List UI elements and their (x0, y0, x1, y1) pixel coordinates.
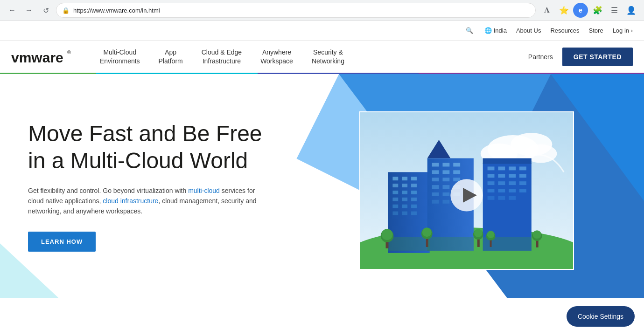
nav-item-cloud-edge[interactable]: Cloud & EdgeInfrastructure (192, 40, 251, 74)
svg-rect-71 (488, 196, 495, 200)
svg-rect-32 (411, 212, 417, 215)
svg-rect-57 (509, 166, 516, 170)
hero-description: Get flexibility and control. Go beyond v… (28, 185, 271, 217)
extensions-button[interactable]: 🧩 (590, 3, 605, 18)
login-link[interactable]: Log in (613, 27, 633, 34)
partners-link[interactable]: Partners (528, 53, 553, 61)
svg-rect-18 (392, 184, 398, 187)
svg-rect-48 (442, 192, 449, 196)
main-navigation: vmware ® Multi-CloudEnvironments AppPlat… (0, 41, 644, 74)
svg-rect-73 (509, 196, 516, 200)
svg-rect-42 (442, 178, 449, 181)
nav-item-multi-cloud[interactable]: Multi-CloudEnvironments (91, 40, 149, 74)
svg-rect-16 (402, 177, 407, 180)
favorites-button[interactable]: ⭐ (556, 3, 571, 18)
svg-rect-25 (402, 198, 407, 201)
nav-item-anywhere[interactable]: AnywhereWorkspace (251, 40, 302, 74)
svg-rect-69 (509, 189, 516, 192)
browser-toolbar: ← → ↺ 🔒 https://www.vmware.com/in.html 𝐀… (0, 0, 644, 21)
svg-rect-36 (442, 163, 449, 167)
forward-button[interactable]: → (22, 4, 35, 17)
svg-rect-58 (519, 166, 526, 170)
hero-section: Move Fast and Be Free in a Multi-Cloud W… (0, 74, 644, 298)
svg-rect-64 (498, 181, 505, 185)
url-text: https://www.vmware.com/in.html (73, 7, 530, 14)
hero-right-content (289, 74, 644, 298)
svg-rect-62 (519, 174, 526, 178)
svg-point-79 (382, 229, 393, 240)
collections-button[interactable]: ☰ (607, 3, 622, 18)
svg-rect-28 (402, 205, 407, 208)
nav-item-cloud-edge-label: Cloud & EdgeInfrastructure (202, 48, 242, 65)
hero-left-content: Move Fast and Be Free in a Multi-Cloud W… (0, 74, 289, 298)
svg-rect-23 (411, 191, 417, 194)
svg-rect-67 (488, 189, 495, 192)
svg-rect-65 (509, 181, 516, 185)
svg-rect-21 (392, 191, 398, 194)
svg-rect-72 (498, 196, 505, 200)
svg-rect-19 (402, 184, 407, 187)
svg-point-91 (533, 230, 541, 239)
svg-rect-54 (483, 158, 532, 164)
store-link[interactable]: Store (589, 27, 603, 34)
svg-rect-27 (392, 205, 398, 208)
utility-bar: 🔍 🌐 India About Us Resources Store Log i… (0, 21, 644, 41)
svg-point-85 (474, 229, 483, 237)
profile-button[interactable]: 👤 (623, 3, 638, 18)
svg-rect-56 (498, 166, 505, 170)
vmware-logo-svg: vmware ® (11, 48, 77, 66)
about-us-link[interactable]: About Us (516, 27, 541, 34)
svg-rect-35 (432, 163, 439, 167)
nav-items: Multi-CloudEnvironments AppPlatform Clou… (91, 40, 528, 74)
svg-rect-41 (432, 178, 439, 181)
svg-rect-38 (432, 170, 439, 174)
learn-how-button[interactable]: LEARN HOW (28, 232, 96, 252)
nav-item-app-platform[interactable]: AppPlatform (149, 40, 192, 74)
address-bar[interactable]: 🔒 https://www.vmware.com/in.html (56, 3, 536, 18)
nav-item-security[interactable]: Security &Networking (302, 40, 354, 74)
svg-rect-70 (519, 189, 526, 192)
browser-right-icons: 𝐀 ⭐ e 🧩 ☰ 👤 (539, 3, 638, 18)
svg-rect-39 (442, 170, 449, 174)
svg-rect-55 (488, 166, 495, 170)
globe-icon: 🌐 (484, 27, 492, 34)
reload-button[interactable]: ↺ (39, 4, 52, 17)
browser-chrome: ← → ↺ 🔒 https://www.vmware.com/in.html 𝐀… (0, 0, 644, 21)
cloud-infrastructure-link[interactable]: cloud infrastructure (103, 197, 158, 205)
lock-icon: 🔒 (62, 7, 70, 14)
hero-title: Move Fast and Be Free in a Multi-Cloud W… (28, 120, 271, 174)
region-selector[interactable]: 🌐 India (484, 27, 507, 34)
hero-title-line1: Move Fast and Be Free (28, 121, 262, 146)
nav-item-multi-cloud-label: Multi-CloudEnvironments (100, 48, 140, 65)
svg-rect-47 (432, 192, 439, 196)
svg-rect-63 (488, 181, 495, 185)
region-label: India (494, 27, 507, 34)
svg-rect-30 (392, 212, 398, 215)
svg-rect-75 (427, 237, 474, 251)
svg-rect-31 (402, 212, 407, 215)
resources-link[interactable]: Resources (550, 27, 579, 34)
reader-mode-button[interactable]: 𝐀 (539, 3, 554, 18)
get-started-button[interactable]: GET STARTED (562, 48, 633, 66)
svg-rect-26 (411, 198, 417, 201)
svg-point-82 (422, 227, 432, 237)
svg-text:®: ® (67, 49, 71, 55)
search-icon[interactable]: 🔍 (464, 25, 475, 36)
svg-rect-44 (432, 185, 439, 189)
vmware-logo[interactable]: vmware ® (11, 48, 77, 66)
back-button[interactable]: ← (6, 4, 19, 17)
nav-item-security-label: Security &Networking (312, 48, 344, 65)
multi-cloud-link[interactable]: multi-cloud (188, 187, 220, 194)
nav-right: Partners GET STARTED (528, 48, 633, 66)
video-thumbnail[interactable] (359, 111, 574, 270)
svg-rect-40 (453, 170, 460, 174)
edge-button[interactable]: e (573, 3, 588, 18)
svg-rect-66 (519, 181, 526, 185)
svg-rect-68 (498, 189, 505, 192)
svg-text:vmware: vmware (11, 50, 63, 65)
svg-rect-51 (442, 200, 449, 204)
hero-title-line2: in a Multi-Cloud World (28, 148, 248, 173)
svg-rect-29 (411, 205, 417, 208)
svg-rect-22 (402, 191, 407, 194)
svg-rect-43 (453, 178, 460, 181)
